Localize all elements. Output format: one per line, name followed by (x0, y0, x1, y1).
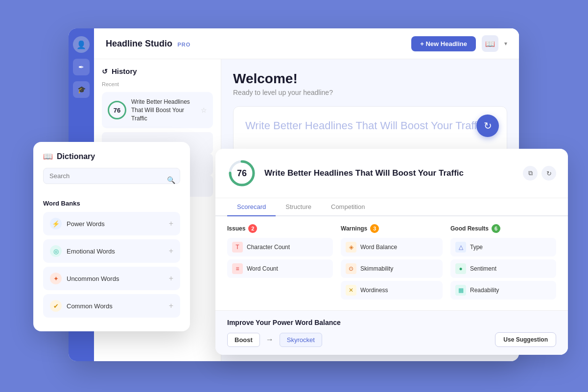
score-panel-actions: ⧉ ↻ (523, 166, 556, 181)
readability-label: Readability (470, 287, 499, 294)
character-count-icon: T (232, 242, 243, 253)
history-item[interactable]: 76 Write Better Headlines That Will Boos… (102, 92, 213, 128)
suggestion-row: Boost → Skyrocket Use Suggestion (227, 332, 556, 347)
score-header: 76 Write Better Headlines That Will Boos… (215, 149, 568, 198)
emotional-words-add-icon[interactable]: + (169, 247, 173, 255)
readability-icon: ▦ (455, 285, 466, 296)
uncommon-words-label: Uncommon Words (67, 275, 119, 282)
app-pro-badge: PRO (177, 42, 190, 47)
dictionary-title: 📖 Dictionary (43, 152, 180, 161)
welcome-title: Welcome! (233, 71, 507, 87)
result-readability[interactable]: ▦ Readability (450, 281, 556, 300)
warnings-column: Warnings 3 ◈ Word Balance ⊙ Skimmability… (337, 224, 447, 302)
sentiment-label: Sentiment (470, 265, 496, 272)
tab-competition[interactable]: Competition (321, 198, 375, 216)
uncommon-words-add-icon[interactable]: + (169, 274, 173, 283)
emotional-words-label: Emotional Words (67, 248, 115, 255)
sidebar-icon-pen[interactable]: ✒ (73, 59, 90, 75)
word-count-label: Word Count (247, 265, 278, 272)
common-words-add-icon[interactable]: + (169, 301, 173, 310)
word-bank-emotional-words[interactable]: ◎ Emotional Words + (43, 239, 180, 263)
skimmability-icon: ⊙ (346, 263, 356, 274)
issues-title: Issues 2 (227, 224, 333, 233)
new-headline-button[interactable]: + New Headline (411, 36, 476, 51)
good-results-title: Good Results 6 (450, 224, 556, 233)
word-bank-power-words[interactable]: ⚡ Power Words + (43, 212, 180, 235)
common-words-icon: ✔ (50, 300, 62, 312)
score-tabs: Scorecard Structure Competition (215, 198, 568, 216)
sidebar-icon-learn[interactable]: 🎓 (73, 81, 90, 98)
result-sentiment[interactable]: ● Sentiment (450, 259, 556, 278)
score-number: 76 (237, 168, 247, 179)
search-input[interactable] (43, 168, 180, 184)
result-type[interactable]: △ Type (450, 238, 556, 256)
character-count-label: Character Count (247, 244, 290, 251)
headline-display-text: Write Better Headlines That Will Boost Y… (245, 118, 495, 134)
issue-character-count[interactable]: T Character Count (227, 238, 333, 256)
issue-word-count[interactable]: ≡ Word Count (227, 259, 333, 278)
good-results-badge: 6 (492, 224, 500, 233)
common-words-label: Common Words (67, 302, 113, 310)
warning-word-balance[interactable]: ◈ Word Balance (341, 238, 443, 256)
type-icon: △ (455, 242, 466, 253)
warnings-title: Warnings 3 (341, 224, 443, 233)
app-header: Headline Studio PRO + New Headline 📖 ▾ (94, 28, 519, 59)
suggestion-bar: Improve Your Power Word Balance Boost → … (215, 310, 568, 355)
suggestion-to-word: Skyrocket (280, 333, 322, 347)
search-icon: 🔍 (167, 176, 175, 184)
dictionary-panel: 📖 Dictionary 🔍 Word Banks ⚡ Power Words … (33, 142, 190, 331)
power-words-add-icon[interactable]: + (169, 219, 173, 228)
score-refresh-icon[interactable]: ↻ (541, 166, 556, 181)
search-wrapper: 🔍 (43, 168, 180, 192)
app-title-wrapper: Headline Studio PRO (106, 39, 190, 49)
emotional-words-icon: ◎ (50, 245, 62, 257)
issues-badge: 2 (248, 224, 257, 233)
score-circle: 76 (227, 159, 257, 188)
welcome-subtitle: Ready to level up your headline? (233, 89, 507, 96)
history-icon: ↺ (102, 68, 108, 75)
score-headline: Write Better Headlines That Will Boost Y… (264, 168, 464, 179)
user-avatar[interactable]: 👤 (73, 36, 90, 53)
word-banks-title: Word Banks (43, 200, 180, 207)
tab-scorecard[interactable]: Scorecard (227, 198, 276, 216)
history-item-text: Write Better Headlines That Will Boost Y… (131, 98, 196, 122)
header-book-icon[interactable]: 📖 (482, 35, 498, 52)
word-bank-uncommon-words[interactable]: ✦ Uncommon Words + (43, 267, 180, 290)
word-bank-common-words[interactable]: ✔ Common Words + (43, 294, 180, 318)
app-title: Headline Studio (106, 39, 172, 48)
sentiment-icon: ● (455, 263, 466, 274)
issues-column: Issues 2 T Character Count ≡ Word Count (227, 224, 337, 302)
skimmability-label: Skimmability (360, 265, 393, 272)
history-score-badge: 76 (108, 101, 126, 119)
tab-structure[interactable]: Structure (276, 198, 321, 216)
score-copy-icon[interactable]: ⧉ (523, 166, 538, 181)
type-label: Type (470, 244, 483, 251)
word-count-icon: ≡ (232, 263, 243, 274)
wordiness-icon: ✕ (346, 285, 356, 296)
suggestion-title: Improve Your Power Word Balance (227, 319, 556, 326)
suggestion-arrow-icon: → (266, 335, 274, 344)
uncommon-words-icon: ✦ (50, 273, 62, 284)
wordiness-label: Wordiness (360, 287, 388, 294)
header-right: + New Headline 📖 ▾ (411, 35, 507, 52)
scorecard-grid: Issues 2 T Character Count ≡ Word Count … (215, 216, 568, 310)
use-suggestion-button[interactable]: Use Suggestion (495, 332, 556, 347)
word-balance-label: Word Balance (360, 244, 397, 251)
dictionary-book-icon: 📖 (43, 152, 53, 161)
score-panel: 76 Write Better Headlines That Will Boos… (215, 149, 568, 355)
suggestion-from-word: Boost (227, 333, 260, 347)
power-words-icon: ⚡ (50, 218, 62, 230)
power-words-label: Power Words (67, 220, 105, 228)
warning-wordiness[interactable]: ✕ Wordiness (341, 281, 443, 300)
history-title: ↺ History (102, 67, 213, 75)
word-balance-icon: ◈ (346, 242, 356, 253)
recent-label: Recent (102, 81, 213, 87)
star-icon[interactable]: ☆ (201, 106, 207, 114)
good-results-column: Good Results 6 △ Type ● Sentiment ▦ Read… (447, 224, 556, 302)
header-chevron[interactable]: ▾ (504, 40, 507, 47)
refresh-button[interactable]: ↻ (476, 115, 499, 137)
warning-skimmability[interactable]: ⊙ Skimmability (341, 259, 443, 278)
warnings-badge: 3 (370, 224, 379, 233)
